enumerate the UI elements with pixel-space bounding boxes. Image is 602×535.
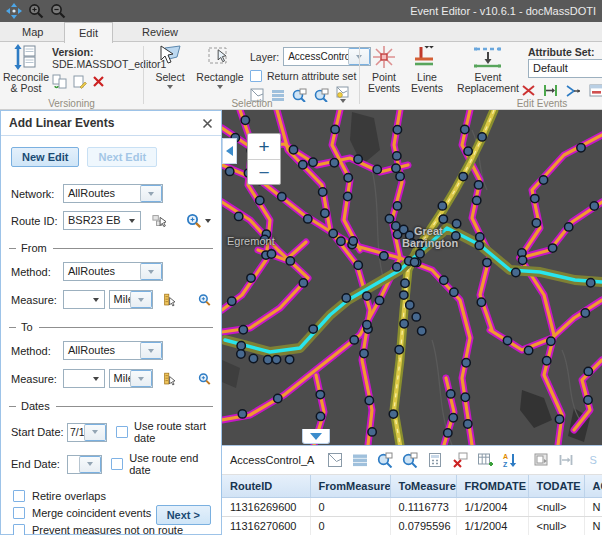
from-measure-on-map-icon[interactable]: [163, 292, 176, 308]
dates-section-label: Dates: [21, 400, 50, 412]
close-icon[interactable]: [202, 118, 213, 129]
window-edit-icon[interactable]: [589, 84, 602, 97]
group-versioning: Reconcile & Post Version: SDE.MASSDOT_ed…: [0, 42, 143, 110]
cell-fromdate: 1/1/2004: [456, 516, 528, 535]
zoom-to-selected-icon[interactable]: [377, 452, 393, 468]
to-method-dropdown[interactable]: AllRoutes: [63, 341, 163, 360]
to-measure-on-map-icon[interactable]: [163, 371, 176, 387]
table-row[interactable]: 11316270600 0 0.0795596 1/1/2004 <null> …: [222, 516, 602, 535]
col-routeid[interactable]: RouteID: [222, 475, 310, 497]
to-unit-dropdown[interactable]: Miles: [109, 369, 153, 388]
prevent-measures-label: Prevent measures not on route: [32, 524, 183, 535]
zoom-in-icon[interactable]: [28, 3, 44, 19]
start-date-combo[interactable]: 7/18/: [67, 423, 107, 442]
use-route-start-date-checkbox[interactable]: [116, 426, 128, 438]
selection-rows-icon[interactable]: [352, 452, 368, 468]
col-frommeasure[interactable]: FromMeasure: [310, 475, 390, 497]
to-measure-combo[interactable]: [63, 369, 105, 388]
cell-ac: N: [584, 497, 602, 516]
layer-dropdown[interactable]: AccessControl_A: [283, 47, 371, 66]
select-dropdown-caret[interactable]: [167, 85, 173, 89]
select-button[interactable]: Select: [148, 44, 192, 89]
event-replacement-icon: [473, 44, 503, 70]
next-button[interactable]: Next >: [156, 505, 211, 525]
rectangle-dropdown-caret[interactable]: [217, 85, 223, 89]
cell-fromdate: 1/1/2004: [456, 497, 528, 516]
zoom-in-button[interactable]: +: [248, 134, 280, 160]
col-todate[interactable]: TODATE: [528, 475, 584, 497]
split-event-icon[interactable]: [522, 84, 535, 97]
tab-map[interactable]: Map: [8, 22, 57, 42]
ribbon: Reconcile & Post Version: SDE.MASSDOT_ed…: [0, 42, 602, 110]
prevent-measures-checkbox[interactable]: [13, 524, 25, 535]
report-icon[interactable]: [533, 452, 549, 468]
new-version-icon[interactable]: [72, 74, 87, 89]
route-id-dropdown[interactable]: BSR23 EB: [63, 211, 141, 230]
from-measure-label: Measure:: [11, 294, 63, 306]
calculator-icon[interactable]: [427, 452, 443, 468]
col-tomeasure[interactable]: ToMeasure: [390, 475, 456, 497]
attribute-set-label: Attribute Set:: [528, 46, 595, 58]
point-events-icon: [371, 44, 397, 70]
dates-section-separator: Dates: [9, 400, 213, 412]
end-date-combo[interactable]: [67, 455, 102, 474]
clear-selection-icon[interactable]: [452, 452, 468, 468]
from-method-dropdown[interactable]: AllRoutes: [63, 262, 163, 281]
reconcile-post-icon: [13, 44, 39, 70]
rectangle-button[interactable]: Rectangle: [194, 44, 246, 89]
merge-event-icon[interactable]: [566, 84, 581, 97]
to-section-label: To: [21, 321, 33, 333]
from-method-value: AllRoutes: [64, 263, 140, 280]
table-row[interactable]: 11316269600 0 0.1116773 1/1/2004 <null> …: [222, 497, 602, 516]
return-attribute-set-checkbox[interactable]: [250, 70, 262, 82]
layer-label: Layer:: [250, 51, 279, 63]
reconcile-post-button[interactable]: Reconcile & Post: [0, 44, 52, 94]
to-measure-zoom-icon[interactable]: [198, 371, 211, 387]
col-fromdate[interactable]: FROMDATE: [456, 475, 528, 497]
to-method-label: Method:: [11, 345, 63, 357]
event-replacement-button[interactable]: EventReplacement: [454, 44, 522, 94]
select-by-polygon-icon[interactable]: [327, 452, 343, 468]
from-measure-combo[interactable]: [63, 290, 105, 309]
group-separator: [143, 46, 144, 104]
truncated-button[interactable]: S: [589, 454, 596, 466]
retire-overlaps-checkbox[interactable]: [13, 490, 25, 502]
delete-version-icon[interactable]: [92, 75, 105, 88]
measure-icon[interactable]: [558, 452, 574, 468]
zoom-out-button[interactable]: −: [248, 160, 280, 186]
attribute-set-dropdown[interactable]: Default: [528, 59, 602, 78]
end-date-label: End Date:: [11, 458, 67, 470]
layer-value: AccessControl_A: [284, 48, 348, 65]
zoom-out-icon[interactable]: [50, 3, 66, 19]
point-events-button[interactable]: PointEvents: [364, 44, 404, 94]
pan-to-selected-icon[interactable]: [402, 452, 418, 468]
from-measure-zoom-icon[interactable]: [198, 292, 211, 308]
tab-review[interactable]: Review: [128, 22, 192, 42]
network-label: Network:: [11, 188, 63, 200]
network-dropdown[interactable]: AllRoutes: [63, 184, 163, 203]
use-route-start-date-label: Use route start date: [134, 420, 211, 444]
title-bar: Event Editor - v10.6.1 - docMassDOTI: [0, 0, 602, 22]
add-to-table-icon[interactable]: [477, 452, 493, 468]
route-id-value: BSR23 EB: [64, 212, 125, 229]
route-zoom-button[interactable]: [186, 213, 211, 229]
sort-icon[interactable]: AZ: [502, 452, 518, 468]
merge-coincident-events-checkbox[interactable]: [13, 507, 25, 519]
line-events-button[interactable]: LineEvents: [406, 44, 448, 94]
next-edit-button[interactable]: Next Edit: [87, 147, 157, 167]
collapse-table-button[interactable]: [302, 429, 330, 444]
select-route-on-map-icon[interactable]: [152, 213, 166, 229]
route-zoom-caret[interactable]: [205, 219, 211, 223]
pan-icon[interactable]: [6, 3, 22, 19]
new-edit-button[interactable]: New Edit: [11, 147, 79, 167]
versioning-group-label: Versioning: [0, 98, 143, 109]
measure-event-icon[interactable]: [543, 84, 558, 97]
map-canvas[interactable]: Egremont Great Barrington + −: [222, 110, 602, 445]
tab-edit[interactable]: Edit: [64, 22, 113, 43]
from-unit-dropdown[interactable]: Miles: [109, 290, 153, 309]
collapse-panel-left-button[interactable]: [222, 138, 237, 164]
col-ac[interactable]: AC: [584, 475, 602, 497]
selection-group-label: Selection: [146, 98, 358, 109]
refresh-version-icon[interactable]: [52, 74, 67, 89]
use-route-end-date-checkbox[interactable]: [111, 458, 123, 470]
